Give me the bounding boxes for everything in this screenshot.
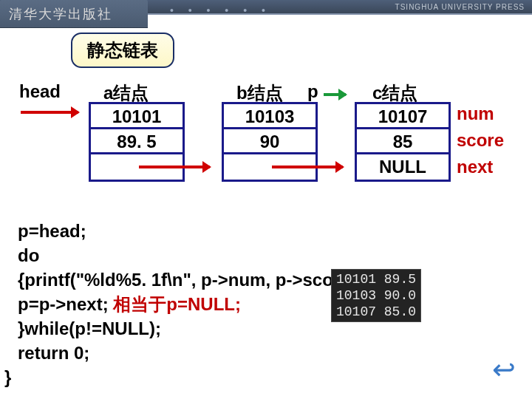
arrow-p-to-c bbox=[324, 93, 346, 96]
node-c-next: NULL bbox=[357, 154, 449, 180]
p-label: p bbox=[307, 81, 318, 102]
arrow-b-to-c bbox=[272, 166, 343, 168]
node-a-score: 89. 5 bbox=[91, 129, 183, 154]
field-next-label: next bbox=[457, 157, 493, 177]
output-row-3: 10107 85.0 bbox=[336, 304, 416, 320]
code-line-4-comment: 相当于p=NULL; bbox=[113, 294, 241, 314]
node-b-score: 90 bbox=[224, 129, 316, 154]
code-line-7: } bbox=[4, 365, 361, 389]
output-row-1: 10101 89.5 bbox=[336, 271, 416, 287]
code-line-5: }while(p!=NULL); bbox=[18, 316, 361, 341]
node-a: 10101 89. 5 bbox=[89, 102, 185, 182]
field-num-label: num bbox=[457, 103, 494, 124]
node-c: 10107 85 NULL bbox=[355, 102, 451, 182]
code-line-4-code: p=p->next; bbox=[18, 294, 113, 314]
output-row-2: 10103 90.0 bbox=[336, 287, 416, 304]
publisher-name: 清华大学出版社 bbox=[0, 0, 148, 28]
node-c-score: 85 bbox=[357, 129, 449, 154]
code-line-6: return 0; bbox=[18, 341, 361, 365]
code-line-2: do bbox=[18, 243, 361, 267]
console-output: 10101 89.5 10103 90.0 10107 85.0 bbox=[331, 269, 421, 322]
head-label: head bbox=[19, 81, 61, 102]
code-line-1: p=head; bbox=[18, 219, 361, 243]
node-b: 10103 90 bbox=[222, 102, 318, 182]
arrow-a-to-b bbox=[139, 166, 210, 168]
header-dots: • • • • • • bbox=[170, 4, 271, 16]
slide-title: 静态链表 bbox=[71, 33, 174, 68]
code-line-4: p=p->next; 相当于p=NULL; bbox=[18, 292, 361, 316]
node-b-num: 10103 bbox=[224, 104, 316, 129]
code-block: p=head; do {printf("%ld%5. 1f\n", p->num… bbox=[18, 219, 361, 389]
field-score-label: score bbox=[457, 130, 504, 151]
back-arrow-icon[interactable]: ↩ bbox=[492, 353, 516, 386]
node-c-num: 10107 bbox=[357, 104, 449, 129]
code-line-3: {printf("%ld%5. 1f\n", p->num, p->score)… bbox=[18, 267, 361, 292]
arrow-head-to-a bbox=[21, 111, 78, 114]
node-a-num: 10101 bbox=[91, 104, 183, 129]
